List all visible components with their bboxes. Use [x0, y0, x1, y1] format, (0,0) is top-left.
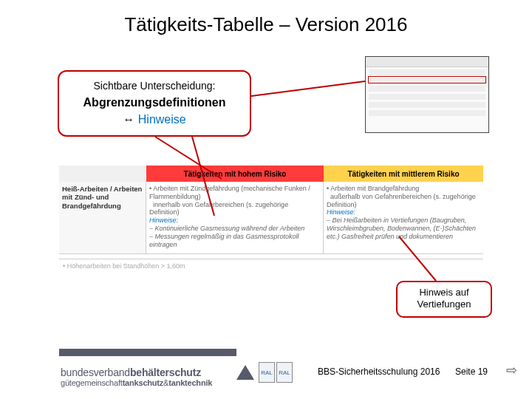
cell-high-risk-sub: innerhalb von Gefahrbereichen (s. zugehö… — [149, 201, 288, 216]
slide-title: Tätigkeits-Tabelle – Version 2016 — [0, 0, 532, 36]
logo-line2-a: gütegemeinschaft — [61, 378, 123, 387]
thumbnail-highlight — [368, 76, 486, 83]
footer-grey-bar — [59, 349, 236, 356]
divider — [59, 259, 483, 259]
svg-line-2 — [251, 81, 365, 96]
next-arrow-icon[interactable]: ⇨ — [506, 362, 517, 378]
cell-high-risk-hinw-label: Hinweise: — [149, 216, 178, 224]
cell-medium-risk-hinw-label: Hinweise: — [327, 208, 355, 216]
callout-top-line1: Sichtbare Unterscheidung: — [69, 79, 239, 93]
logo-line2-c: tanktechnik — [168, 378, 212, 387]
cell-medium-risk-sub: außerhalb von Gefahrenbereichen (s. zuge… — [327, 193, 476, 208]
callout-top-line3: ↔ Hinweise — [69, 112, 239, 128]
page-number: Seite 19 — [455, 366, 488, 377]
cell-high-risk-hinw1: – Kontinuierliche Gasmessung während der… — [149, 225, 304, 232]
callout-bottom-text: Hinweis auf Vertiefungen — [417, 287, 471, 310]
col-header-medium-risk: Tätigkeiten mit mittlerem Risiko — [324, 166, 483, 182]
col-header-high-risk: Tätigkeiten mit hohem Risiko — [146, 166, 324, 182]
footer-training-label: BBS-Sicherheitsschulung 2016 — [318, 366, 440, 377]
background-table-excerpt: Tätigkeiten mit hohem Risiko Tätigkeiten… — [59, 166, 483, 254]
cell-medium-risk-bullet: Arbeiten mit Brandgefährdung — [330, 185, 419, 192]
cell-high-risk: • Arbeiten mit Zündgefährdung (mechanisc… — [146, 182, 324, 253]
triangle-icon — [236, 365, 254, 380]
double-arrow-icon: ↔ — [123, 113, 134, 126]
below-row-text: • Höhenarbeiten bei Standhöhen > 1,60m — [63, 262, 185, 270]
callout-top-hinweise: Hinweise — [138, 113, 186, 126]
logo-line1-a: bundesverband — [61, 366, 130, 378]
footer-mark: RAL RAL — [236, 362, 293, 383]
ral-badge-2: RAL — [276, 362, 293, 383]
page-thumbnail — [365, 56, 489, 133]
callout-bottom: Hinweis auf Vertiefungen — [396, 281, 492, 318]
association-logo-text: bundesverbandbehälterschutz gütegemeinsc… — [61, 366, 212, 387]
cell-high-risk-bullet: Arbeiten mit Zündgefährdung (mechanische… — [149, 185, 310, 200]
slide-footer: bundesverbandbehälterschutz gütegemeinsc… — [0, 341, 532, 399]
cell-medium-risk: • Arbeiten mit Brandgefährdung außerhalb… — [324, 182, 483, 253]
ral-badge-1: RAL — [259, 362, 275, 383]
logo-line1-b: behälterschutz — [130, 366, 201, 378]
logo-line2-b: tankschutz — [123, 378, 163, 387]
callout-top: Sichtbare Unterscheidung: Abgrenzungsdef… — [58, 70, 251, 137]
cell-medium-risk-hinw1: – Bei Heißarbeiten in Vertiefungen (Baug… — [327, 216, 476, 240]
callout-top-line2: Abgrenzungsdefinitionen — [69, 95, 239, 111]
cell-high-risk-hinw2: – Messungen regelmäßig in das Gasmesspro… — [149, 233, 299, 248]
row-label: Heiß-Arbeiten / Arbeiten mit Zünd- und B… — [59, 182, 146, 253]
